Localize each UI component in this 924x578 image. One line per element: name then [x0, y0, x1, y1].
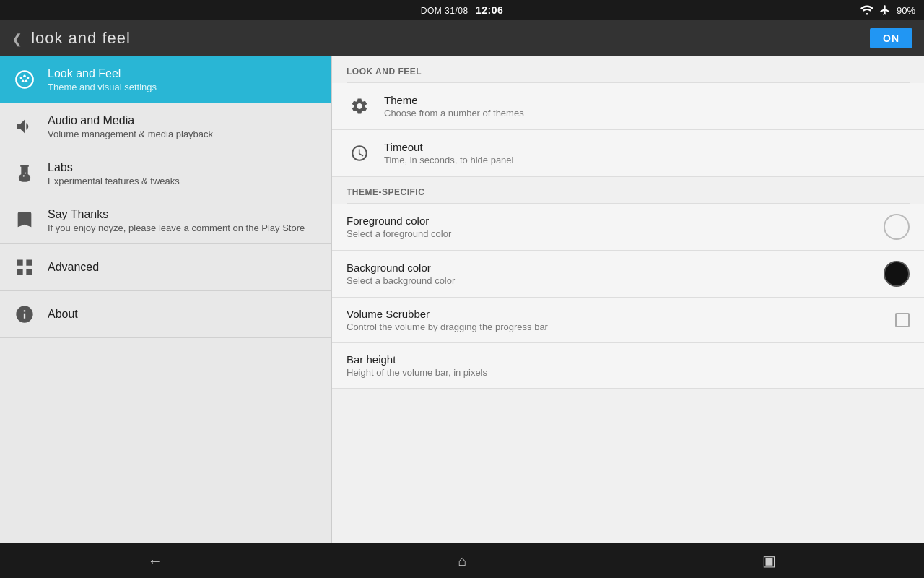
volume-scrubber-setting[interactable]: Volume Scrubber Control the volume by dr…: [332, 298, 924, 343]
right-panel: LOOK AND FEEL Theme Choose from a number…: [332, 56, 924, 543]
advanced-icon: [12, 254, 38, 280]
theme-text: Theme Choose from a number of themes: [384, 94, 910, 118]
background-color-text: Background color Select a background col…: [346, 262, 872, 286]
app-bar: ❮ look and feel ON: [0, 20, 924, 56]
about-icon: [12, 301, 38, 327]
background-color-swatch[interactable]: [884, 261, 910, 287]
timeout-subtitle: Time, in seconds, to hide panel: [384, 155, 910, 165]
main-content: Look and Feel Theme and visual settings …: [0, 56, 924, 543]
recent-apps-button[interactable]: ▣: [748, 546, 790, 575]
sidebar-item-advanced[interactable]: Advanced: [0, 244, 331, 291]
theme-title: Theme: [384, 94, 910, 106]
status-time: 12:06: [476, 4, 503, 16]
gear-icon: [346, 93, 372, 119]
svg-point-5: [25, 80, 28, 83]
on-toggle-button[interactable]: ON: [870, 28, 912, 48]
status-bar: DOM 31/08 12:06 90%: [0, 0, 924, 20]
volume-scrubber-control[interactable]: [895, 313, 910, 327]
app-title: ❮ look and feel: [12, 29, 131, 48]
background-color-setting[interactable]: Background color Select a background col…: [332, 251, 924, 298]
app-title-text: look and feel: [31, 29, 131, 47]
timeout-text: Timeout Time, in seconds, to hide panel: [384, 141, 910, 165]
bar-height-title: Bar height: [346, 353, 910, 366]
volume-scrubber-title: Volume Scrubber: [346, 308, 884, 320]
labs-icon: [12, 160, 38, 186]
advanced-title: Advanced: [48, 261, 99, 274]
sidebar-item-look-and-feel[interactable]: Look and Feel Theme and visual settings: [0, 56, 331, 103]
svg-point-2: [23, 75, 26, 78]
say-thanks-text: Say Thanks If you enjoy noyze, please le…: [48, 208, 305, 233]
status-time-area: DOM 31/08 12:06: [421, 4, 504, 16]
volume-scrubber-text: Volume Scrubber Control the volume by dr…: [346, 308, 884, 332]
about-title: About: [48, 308, 78, 321]
sidebar: Look and Feel Theme and visual settings …: [0, 56, 332, 543]
airplane-icon: [879, 4, 891, 16]
look-and-feel-subtitle: Theme and visual settings: [48, 82, 157, 92]
volume-scrubber-subtitle: Control the volume by dragging the progr…: [346, 322, 884, 332]
look-and-feel-title: Look and Feel: [48, 67, 157, 80]
foreground-color-setting[interactable]: Foreground color Select a foreground col…: [332, 204, 924, 251]
say-thanks-subtitle: If you enjoy noyze, please leave a comme…: [48, 223, 305, 233]
nav-bar: ← ⌂ ▣: [0, 543, 924, 578]
foreground-color-text: Foreground color Select a foreground col…: [346, 215, 872, 239]
background-color-control[interactable]: [884, 261, 910, 287]
svg-point-1: [20, 77, 22, 79]
about-text: About: [48, 308, 78, 321]
foreground-color-swatch[interactable]: [884, 214, 910, 240]
sidebar-item-say-thanks[interactable]: Say Thanks If you enjoy noyze, please le…: [0, 197, 331, 244]
audio-and-media-text: Audio and Media Volume management & medi…: [48, 114, 213, 139]
status-icons: 90%: [860, 4, 915, 16]
say-thanks-icon: [12, 207, 38, 233]
status-date: DOM 31/08: [421, 6, 468, 16]
battery-percentage: 90%: [897, 5, 915, 16]
look-and-feel-section-header: LOOK AND FEEL: [332, 56, 924, 82]
advanced-text: Advanced: [48, 261, 99, 274]
clock-icon: [346, 140, 372, 166]
sidebar-item-about[interactable]: About: [0, 291, 331, 338]
audio-and-media-title: Audio and Media: [48, 114, 213, 127]
labs-text: Labs Experimental features & tweaks: [48, 161, 180, 186]
svg-point-4: [22, 80, 25, 83]
audio-and-media-subtitle: Volume management & media playback: [48, 129, 213, 139]
bar-height-setting[interactable]: Bar height Height of the volume bar, in …: [332, 343, 924, 389]
timeout-setting[interactable]: Timeout Time, in seconds, to hide panel: [332, 130, 924, 177]
home-button[interactable]: ⌂: [443, 547, 481, 575]
look-and-feel-icon: [12, 66, 38, 92]
back-button[interactable]: ←: [134, 547, 177, 575]
foreground-color-title: Foreground color: [346, 215, 872, 227]
foreground-color-control[interactable]: [884, 214, 910, 240]
audio-and-media-icon: [12, 113, 38, 139]
back-arrow-icon: ❮: [12, 32, 23, 46]
timeout-title: Timeout: [384, 141, 910, 153]
labs-subtitle: Experimental features & tweaks: [48, 176, 180, 186]
sidebar-item-labs[interactable]: Labs Experimental features & tweaks: [0, 150, 331, 197]
look-and-feel-text: Look and Feel Theme and visual settings: [48, 67, 157, 92]
bar-height-text: Bar height Height of the volume bar, in …: [346, 353, 910, 378]
bar-height-subtitle: Height of the volume bar, in pixels: [346, 367, 910, 378]
theme-setting[interactable]: Theme Choose from a number of themes: [332, 83, 924, 130]
background-color-title: Background color: [346, 262, 872, 274]
theme-subtitle: Choose from a number of themes: [384, 108, 910, 118]
say-thanks-title: Say Thanks: [48, 208, 305, 221]
foreground-color-subtitle: Select a foreground color: [346, 228, 872, 239]
labs-title: Labs: [48, 161, 180, 174]
svg-point-0: [16, 71, 32, 87]
background-color-subtitle: Select a background color: [346, 275, 872, 286]
sidebar-item-audio-and-media[interactable]: Audio and Media Volume management & medi…: [0, 103, 331, 150]
wifi-icon: [860, 5, 873, 15]
svg-point-3: [27, 77, 30, 79]
theme-specific-header: THEME-SPECIFIC: [332, 177, 924, 203]
volume-scrubber-checkbox[interactable]: [895, 313, 910, 327]
